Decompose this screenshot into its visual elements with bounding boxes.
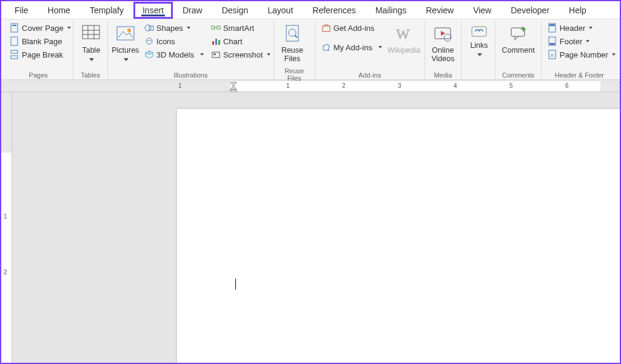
cube-icon: [144, 50, 154, 59]
svg-marker-43: [230, 82, 237, 86]
ruler-horizontal[interactable]: 1 1 2 3 4 5 6 7: [1, 81, 620, 92]
group-label-media: Media: [429, 70, 457, 79]
ruler-v-num: 1: [4, 213, 7, 220]
tab-review[interactable]: Review: [416, 1, 463, 19]
store-icon: [321, 23, 331, 33]
svg-marker-31: [441, 31, 445, 36]
svg-line-27: [295, 35, 297, 38]
ruler-vertical[interactable]: 1 2: [1, 92, 12, 363]
online-video-icon: [433, 24, 452, 44]
svg-rect-1: [12, 25, 16, 26]
group-label-links: [465, 78, 491, 79]
group-label-tables: Tables: [77, 70, 103, 79]
group-reuse-files: Reuse Files Reuse Files: [274, 21, 315, 79]
screenshot-icon: [211, 50, 221, 59]
page-break-icon: [10, 50, 19, 59]
link-icon: [469, 24, 489, 39]
svg-rect-10: [117, 27, 134, 40]
svg-rect-2: [11, 37, 18, 45]
icons-button[interactable]: Icons: [142, 35, 206, 47]
page-number-button[interactable]: # Page Number: [545, 48, 618, 61]
ruler-v-num: 2: [4, 269, 7, 276]
chart-button[interactable]: Chart: [209, 35, 273, 47]
footer-button[interactable]: Footer: [545, 35, 618, 47]
pictures-icon: [116, 24, 135, 44]
tab-layout[interactable]: Layout: [258, 1, 303, 19]
svg-rect-20: [212, 41, 214, 45]
tab-file[interactable]: File: [5, 1, 38, 19]
svg-rect-24: [213, 53, 216, 55]
group-addins: Get Add-ins My Add-ins W Wikipedia Add-i…: [315, 21, 425, 79]
document-page[interactable]: [177, 109, 621, 364]
comment-button[interactable]: Comment: [499, 22, 537, 57]
svg-rect-18: [217, 26, 220, 29]
wikipedia-button: W Wikipedia: [387, 22, 421, 57]
group-label-header-footer: Header & Footer: [545, 70, 614, 79]
tab-help[interactable]: Help: [559, 1, 596, 19]
tab-home[interactable]: Home: [38, 1, 80, 19]
svg-rect-3: [11, 50, 18, 53]
header-button[interactable]: Header: [545, 22, 618, 34]
table-icon: [81, 24, 101, 44]
group-links: Links: [462, 21, 495, 79]
svg-rect-28: [323, 26, 330, 31]
svg-rect-13: [149, 26, 153, 30]
footer-icon: [548, 36, 557, 46]
svg-rect-21: [215, 39, 217, 45]
svg-rect-4: [11, 56, 18, 59]
svg-text:#: #: [551, 53, 554, 58]
svg-point-32: [444, 34, 451, 41]
blank-page-icon: [10, 36, 19, 46]
cover-page-icon: [10, 23, 19, 33]
tab-mailings[interactable]: Mailings: [366, 1, 416, 19]
tab-design[interactable]: Design: [212, 1, 258, 19]
3d-models-button[interactable]: 3D Models: [142, 48, 206, 61]
blank-page-button[interactable]: Blank Page: [7, 35, 73, 47]
svg-rect-22: [218, 40, 220, 45]
online-videos-button[interactable]: Online Videos: [429, 22, 457, 66]
shapes-icon: [144, 23, 154, 33]
get-addins-button[interactable]: Get Add-ins: [319, 22, 384, 34]
smartart-button[interactable]: SmartArt: [209, 22, 273, 34]
tab-insert[interactable]: Insert: [133, 2, 173, 19]
svg-point-15: [147, 40, 149, 41]
group-comments: Comment Comments: [495, 21, 541, 79]
group-label-addins: Add-ins: [319, 70, 421, 79]
tab-templafy[interactable]: Templafy: [80, 1, 133, 19]
reuse-files-button[interactable]: Reuse Files: [278, 22, 307, 66]
header-icon: [548, 23, 557, 33]
tab-view[interactable]: View: [463, 1, 501, 19]
my-addins-button[interactable]: My Add-ins: [319, 41, 384, 53]
links-button[interactable]: Links: [465, 22, 493, 61]
ruler-h-num: 2: [342, 82, 346, 89]
ruler-h-num: 4: [454, 82, 457, 89]
wikipedia-icon: W: [394, 24, 414, 44]
group-label-reuse: Reuse Files: [278, 66, 311, 82]
document-workspace[interactable]: [12, 92, 620, 363]
group-pages: Cover Page Blank Page Page Break Pages: [4, 21, 73, 79]
tab-developer[interactable]: Developer: [501, 1, 559, 19]
screenshot-button[interactable]: Screenshot: [209, 48, 273, 61]
page-number-icon: #: [548, 50, 557, 59]
group-media: Online Videos Media: [425, 21, 462, 79]
pictures-button[interactable]: Pictures: [112, 22, 139, 66]
group-label-comments: Comments: [499, 70, 537, 79]
svg-point-11: [127, 28, 131, 32]
table-button[interactable]: Table: [77, 22, 105, 66]
smartart-icon: [211, 23, 221, 33]
svg-point-16: [150, 40, 151, 41]
ruler-h-num: 3: [398, 82, 401, 89]
svg-point-14: [146, 38, 152, 44]
shapes-button[interactable]: Shapes: [142, 22, 206, 34]
cover-page-button[interactable]: Cover Page: [7, 22, 73, 34]
icons-icon: [144, 36, 154, 46]
tab-draw[interactable]: Draw: [173, 1, 212, 19]
tab-references[interactable]: References: [303, 1, 366, 19]
page-break-button[interactable]: Page Break: [7, 48, 73, 61]
indent-marker[interactable]: [230, 80, 239, 92]
svg-rect-25: [286, 25, 298, 41]
svg-marker-44: [230, 86, 237, 90]
svg-rect-17: [212, 26, 215, 29]
ribbon-tabs: File Home Templafy Insert Draw Design La…: [1, 1, 620, 19]
group-tables: Table Tables: [73, 21, 107, 79]
